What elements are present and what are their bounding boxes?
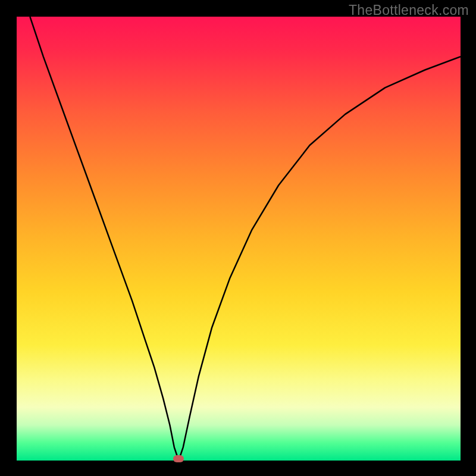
marker-dot — [173, 455, 184, 462]
line-chart — [17, 17, 461, 461]
watermark: TheBottleneck.com — [349, 2, 469, 18]
chart-area — [17, 17, 461, 461]
curve-path — [30, 17, 461, 461]
